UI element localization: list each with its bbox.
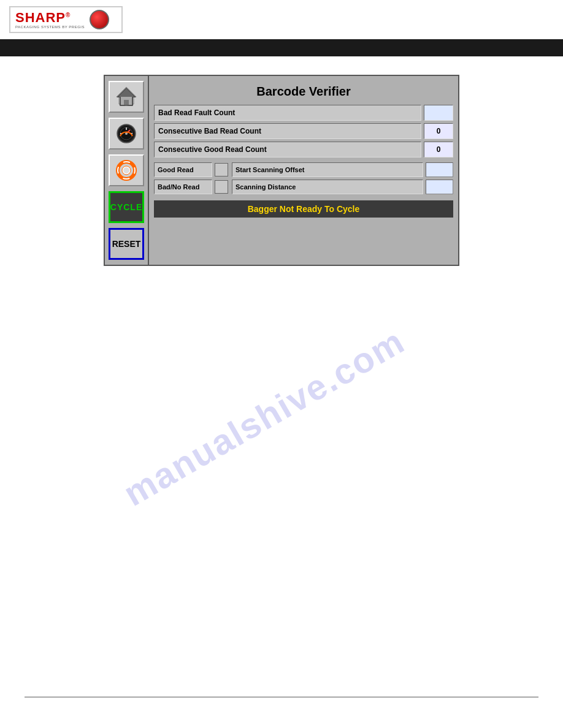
panel-content: Barcode Verifier Bad Read Fault Count Co…	[149, 76, 458, 265]
scanning-distance-label: Scanning Distance	[232, 180, 423, 194]
brand-tagline: PACKAGING SYSTEMS BY PREGIS	[15, 25, 85, 29]
good-read-light	[215, 163, 228, 176]
reset-button[interactable]: RESET	[109, 228, 144, 260]
scan-settings: Start Scanning Offset Scanning Distance	[232, 162, 453, 194]
cycle-button[interactable]: CYCLE	[109, 191, 144, 223]
scanning-distance-row: Scanning Distance	[232, 180, 453, 194]
table-row: Consecutive Good Read Count 0	[154, 142, 453, 157]
lifebuoy-icon	[115, 159, 137, 181]
consecutive-good-read-label: Consecutive Good Read Count	[154, 142, 421, 157]
good-read-row: Good Read	[154, 162, 228, 177]
scanning-distance-value[interactable]	[426, 180, 453, 194]
status-bar: Bagger Not Ready To Cycle	[154, 200, 453, 218]
table-row: Consecutive Bad Read Count 0	[154, 123, 453, 139]
start-scanning-row: Start Scanning Offset	[232, 162, 453, 177]
logo-area: SHARP® PACKAGING SYSTEMS BY PREGIS	[0, 0, 563, 39]
sidebar: CYCLE RESET	[105, 76, 149, 265]
bottom-section: Good Read Bad/No Read Start Scanning Off…	[154, 162, 453, 194]
logo-box: SHARP® PACKAGING SYSTEMS BY PREGIS	[9, 6, 123, 33]
bad-read-fault-label: Bad Read Fault Count	[154, 105, 421, 121]
bad-no-read-row: Bad/No Read	[154, 180, 228, 194]
read-indicators: Good Read Bad/No Read	[154, 162, 228, 194]
svg-point-18	[123, 167, 129, 173]
header: SHARP® PACKAGING SYSTEMS BY PREGIS	[0, 0, 563, 56]
watermark: manualshive.com	[110, 294, 417, 539]
start-scanning-value[interactable]	[426, 162, 453, 177]
bad-read-fault-value[interactable]	[424, 105, 453, 121]
gauge-button[interactable]	[109, 118, 144, 150]
bad-no-read-light	[215, 180, 228, 194]
lifebuoy-button[interactable]	[109, 154, 144, 186]
gauge-icon	[115, 123, 137, 145]
main-content: CYCLE RESET Barcode Verifier Bad Read Fa…	[0, 56, 563, 284]
consecutive-bad-read-label: Consecutive Bad Read Count	[154, 123, 421, 139]
home-button[interactable]	[109, 81, 144, 113]
svg-marker-4	[118, 89, 134, 97]
start-scanning-label: Start Scanning Offset	[232, 162, 423, 177]
table-row: Bad Read Fault Count	[154, 105, 453, 121]
panel-title: Barcode Verifier	[154, 81, 453, 105]
bad-no-read-label: Bad/No Read	[154, 180, 212, 194]
title-bar	[0, 39, 563, 56]
consecutive-bad-read-value[interactable]: 0	[424, 123, 453, 139]
svg-rect-6	[124, 100, 129, 105]
good-read-label: Good Read	[154, 162, 212, 177]
logo-text-area: SHARP® PACKAGING SYSTEMS BY PREGIS	[15, 11, 85, 29]
reset-label: RESET	[112, 239, 141, 249]
footer-line	[25, 697, 538, 697]
barcode-verifier-panel: CYCLE RESET Barcode Verifier Bad Read Fa…	[104, 75, 459, 266]
logo-circle-icon	[90, 10, 109, 29]
consecutive-good-read-value[interactable]: 0	[424, 142, 453, 157]
cycle-label: CYCLE	[110, 202, 142, 212]
watermark-text: manualshive.com	[116, 320, 411, 514]
data-rows: Bad Read Fault Count Consecutive Bad Rea…	[154, 105, 453, 157]
house-icon	[115, 86, 137, 108]
brand-name: SHARP®	[15, 11, 85, 25]
